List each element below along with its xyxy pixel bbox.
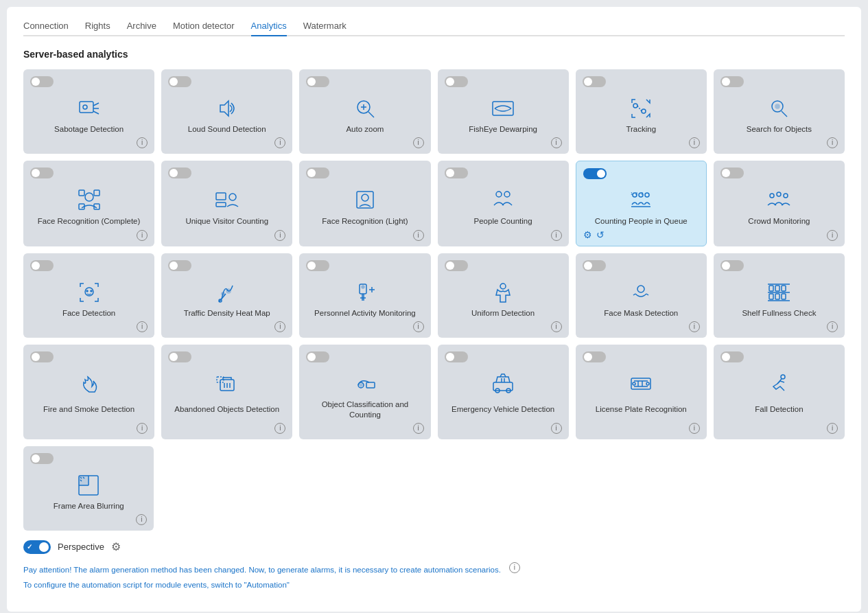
- toggle-fire-smoke[interactable]: ✕: [30, 351, 54, 362]
- info-face-recognition-light[interactable]: i: [413, 230, 424, 241]
- label-personnel-activity: Personnel Activity Monitoring: [314, 308, 416, 319]
- info-personnel-activity[interactable]: i: [413, 321, 424, 332]
- card-auto-zoom: ✕ Auto zoom i: [299, 69, 430, 154]
- label-fall-detection: Fall Detection: [755, 400, 803, 420]
- svg-rect-55: [775, 286, 779, 291]
- toggle-shelf-fullness[interactable]: ✕: [720, 260, 744, 271]
- toggle-auto-zoom[interactable]: ✕: [306, 76, 329, 87]
- svg-rect-56: [775, 294, 779, 299]
- toggle-emergency-vehicle[interactable]: ✕: [445, 351, 468, 362]
- info-fall-detection[interactable]: i: [827, 423, 838, 434]
- card-fire-smoke: ✕ Fire and Smoke Detection i: [23, 345, 154, 439]
- svg-point-15: [775, 104, 779, 108]
- card-shelf-fullness: ✕: [714, 253, 845, 338]
- toggle-personnel-activity[interactable]: ✕: [306, 260, 329, 271]
- toggle-tracking[interactable]: ✕: [583, 76, 606, 87]
- info-frame-blurring[interactable]: i: [136, 514, 147, 525]
- personnel-activity-icon: [352, 279, 378, 305]
- toggle-object-classification[interactable]: ✕: [306, 351, 329, 362]
- warning-block: Pay attention! The alarm generation meth…: [23, 561, 845, 592]
- toggle-traffic-density[interactable]: ✕: [168, 260, 191, 271]
- info-unique-visitor[interactable]: i: [274, 230, 285, 241]
- label-crowd-monitoring: Crowd Monitoring: [748, 216, 810, 227]
- card-loud-sound: ✕ Loud Sound Detection i: [161, 69, 292, 154]
- analytics-grid: ✕ Sabotage Detection: [23, 69, 845, 439]
- info-people-counting[interactable]: i: [551, 230, 562, 241]
- svg-rect-18: [94, 190, 99, 196]
- info-loud-sound[interactable]: i: [274, 137, 285, 148]
- nav-archive[interactable]: Archive: [127, 21, 156, 36]
- perspective-settings-icon[interactable]: ⚙: [111, 540, 121, 553]
- card-uniform-detection: ✕ Uniform Detection i: [438, 253, 569, 338]
- object-classification-icon: [352, 371, 378, 397]
- card-object-classification: ✕ Object Classification and Counting: [299, 345, 430, 439]
- info-face-detection[interactable]: i: [137, 321, 148, 332]
- svg-point-36: [777, 192, 781, 196]
- info-auto-zoom[interactable]: i: [413, 137, 424, 148]
- nav-connection[interactable]: Connection: [23, 21, 69, 36]
- svg-rect-57: [782, 286, 786, 291]
- svg-rect-54: [769, 294, 773, 299]
- toggle-people-counting[interactable]: ✕: [445, 167, 468, 178]
- nav-watermark[interactable]: Watermark: [303, 21, 347, 36]
- nav-analytics[interactable]: Analytics: [251, 21, 287, 36]
- info-search-objects[interactable]: i: [827, 137, 838, 148]
- toggle-sabotage[interactable]: ✕: [30, 76, 54, 87]
- toggle-fall-detection[interactable]: ✕: [720, 351, 744, 362]
- toggle-face-recognition-complete[interactable]: ✕: [30, 167, 54, 178]
- svg-line-51: [633, 294, 635, 295]
- info-traffic-density[interactable]: i: [274, 321, 285, 332]
- info-face-recognition-complete[interactable]: i: [137, 230, 148, 241]
- perspective-toggle[interactable]: ✓: [23, 540, 51, 554]
- info-uniform-detection[interactable]: i: [551, 321, 562, 332]
- label-counting-queue: Counting People in Queue: [595, 216, 688, 227]
- emergency-vehicle-icon: [490, 371, 516, 397]
- info-sabotage[interactable]: i: [137, 137, 148, 148]
- warning-line1: Pay attention! The alarm generation meth…: [23, 564, 501, 576]
- info-emergency-vehicle[interactable]: i: [551, 423, 562, 434]
- svg-point-26: [496, 192, 502, 197]
- toggle-loud-sound[interactable]: ✕: [168, 76, 191, 87]
- svg-point-4: [83, 105, 87, 109]
- svg-point-78: [633, 382, 635, 385]
- info-fisheye[interactable]: i: [551, 137, 562, 148]
- toggle-crowd-monitoring[interactable]: ✕: [720, 167, 744, 178]
- queue-refresh-icon[interactable]: ↺: [596, 229, 605, 240]
- svg-point-41: [222, 292, 224, 295]
- info-license-plate[interactable]: i: [689, 423, 700, 434]
- card-fall-detection: ✕ Fall Detection i: [714, 345, 845, 439]
- toggle-search-objects[interactable]: ✕: [720, 76, 744, 87]
- info-object-classification[interactable]: i: [413, 423, 424, 434]
- perspective-row: ✓ Perspective ⚙: [23, 540, 845, 554]
- toggle-license-plate[interactable]: ✕: [583, 351, 606, 362]
- toggle-frame-blurring[interactable]: ✕: [30, 453, 54, 464]
- toggle-counting-queue[interactable]: ✓: [583, 168, 607, 179]
- abandoned-icon: [214, 371, 240, 397]
- toggle-unique-visitor[interactable]: ✕: [168, 167, 191, 178]
- shelf-fullness-icon: [766, 279, 792, 305]
- nav-motion-detector[interactable]: Motion detector: [173, 21, 235, 36]
- nav-rights[interactable]: Rights: [85, 21, 110, 36]
- card-people-counting: ✕ People Counting i: [438, 161, 569, 246]
- svg-point-25: [362, 194, 368, 201]
- svg-point-12: [642, 109, 646, 113]
- info-tracking[interactable]: i: [689, 137, 700, 148]
- queue-settings-icon[interactable]: ⚙: [583, 229, 592, 240]
- toggle-face-mask[interactable]: ✕: [583, 260, 606, 271]
- info-crowd-monitoring[interactable]: i: [827, 230, 838, 241]
- toggle-fisheye[interactable]: ✕: [445, 76, 468, 87]
- card-license-plate: ✕: [576, 345, 707, 439]
- toggle-face-recognition-light[interactable]: ✕: [306, 167, 329, 178]
- info-shelf-fullness[interactable]: i: [827, 321, 838, 332]
- info-abandoned[interactable]: i: [274, 423, 285, 434]
- face-recognition-light-icon: [352, 187, 378, 213]
- label-people-counting: People Counting: [474, 216, 532, 227]
- label-fire-smoke: Fire and Smoke Detection: [43, 400, 134, 420]
- toggle-abandoned[interactable]: ✕: [168, 351, 191, 362]
- toggle-uniform-detection[interactable]: ✕: [445, 260, 468, 271]
- svg-point-50: [637, 286, 644, 292]
- info-fire-smoke[interactable]: i: [137, 423, 148, 434]
- warning-info-icon[interactable]: i: [509, 562, 520, 573]
- toggle-face-detection[interactable]: ✕: [30, 260, 54, 271]
- info-face-mask[interactable]: i: [689, 321, 700, 332]
